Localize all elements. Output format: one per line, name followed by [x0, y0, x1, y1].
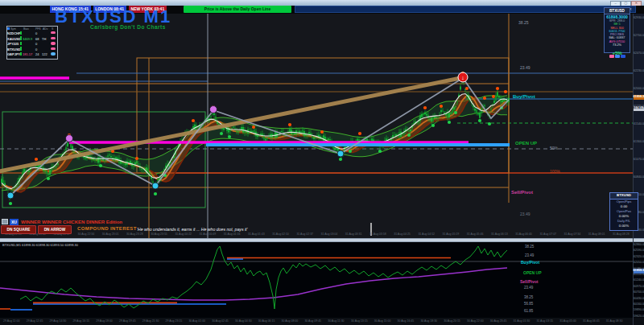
main-time-label: 30 Aug 22:34 [78, 232, 95, 236]
sub-time-label: 30 Aug 13:15 [351, 319, 368, 323]
sub-axis-label: 60430.00 [634, 297, 644, 300]
main-time-label: 31 Aug 02:10 [272, 232, 289, 236]
sub-time-label: 30 Aug 02:45 [212, 319, 229, 323]
main-axis-label: 62470.00 [634, 51, 644, 55]
sub-time-label: 30 Aug 18:30 [420, 319, 437, 323]
quote-panel-pnl: +5% [605, 51, 630, 56]
sub-level-label: 61.85 [524, 309, 533, 313]
watchlist-status-pill [51, 52, 56, 55]
watchlist-pfs: 0 [35, 47, 37, 51]
sub-level-label: 23.49 [525, 253, 534, 257]
watchlist-status-pill [51, 47, 56, 50]
watchlist-bias-bar [20, 42, 22, 46]
sub-time-label: 30 Aug 23:45 [490, 319, 507, 323]
sub-time-label: 31 Aug 06:45 [583, 319, 600, 323]
sub-time-label: 30 Aug 04:30 [235, 319, 252, 323]
sub-level-label: 56.85 [524, 302, 533, 306]
sub-time-label: 29 Aug 21:30 [142, 319, 159, 323]
watchlist-adv: 122 [42, 52, 47, 56]
main-time-label: 31 Aug 03:31 [345, 232, 362, 236]
sub-time-label: 31 Aug 01:30 [514, 319, 530, 323]
main-time-label: 31 Aug 06:40 [515, 232, 532, 236]
trading-app-window: – ▢ ✕ HONG KONG 15:41LONDON 08:41NEW YOR… [0, 0, 644, 325]
dn-arrow-button[interactable]: DN ARROW [38, 225, 72, 234]
watchlist-status-pill [51, 31, 56, 34]
main-axis-label-badge: 61741.70 [634, 106, 644, 111]
main-time-label: 30 Aug 23:55 [151, 232, 167, 236]
sub-time-label: 30 Aug 15:00 [374, 319, 391, 323]
main-time-label: 31 Aug 04:52 [418, 232, 435, 236]
subchart-ohlc: BTXUSD,M1 61898.30 61898.30 61893.50 618… [2, 243, 78, 247]
watchlist-symbol: XAUUSD [7, 37, 21, 41]
sub-time-label: 29 Aug 11:00 [3, 319, 19, 323]
position-panel-title: BTXUSD [610, 193, 638, 200]
main-axis-label: 62700.00 [634, 34, 644, 37]
main-time-label: 31 Aug 07:07 [539, 232, 556, 236]
sub-time-label: 30 Aug 09:45 [304, 319, 321, 323]
sub-time-label: 30 Aug 22:00 [467, 319, 484, 323]
watchlist-row[interactable]: XAUUSD3469.968TH [7, 36, 57, 42]
main-time-label: 31 Aug 05:19 [443, 232, 460, 236]
watchlist-bias-value: 181.17 [23, 52, 32, 56]
compound-interest-label: COMPOUND INTEREST [77, 226, 137, 231]
watchlist-bias-bar [20, 31, 22, 35]
watchlist-pfs: 68 [35, 37, 39, 41]
watchlist-row[interactable]: BTXUSD0 [7, 47, 57, 52]
main-time-label: 31 Aug 08:28 [613, 232, 630, 236]
xu-badge: XU [10, 219, 19, 225]
watchlist-pfs: 0 [35, 31, 37, 35]
daily-open-banner: Price is Above the Daily Open Line [184, 6, 291, 13]
main-axis-label: 62930.00 [634, 16, 644, 19]
main-time-label: 31 Aug 03:58 [369, 232, 386, 236]
main-time-label: 31 Aug 06:13 [491, 232, 508, 236]
watchlist-bias-value: 3469.9 [23, 37, 32, 41]
toolbar-dropdown[interactable] [295, 6, 636, 13]
sub-axis-label: 61510.00 [634, 273, 644, 276]
main-level-label: 50% [550, 146, 558, 150]
main-time-label: 31 Aug 01:43 [248, 232, 265, 236]
position-panel-rows: Open/Pips0.00Open/Pos0.00%Daily P/L0.00% [610, 200, 638, 228]
watchlist-status-pill [51, 37, 56, 39]
sub-axis-label: 61240.00 [634, 278, 644, 282]
main-time-label: 31 Aug 01:16 [224, 232, 241, 236]
sub-time-label: 30 Aug 01:00 [188, 319, 205, 323]
sub-time-label: 30 Aug 08:00 [282, 319, 299, 323]
sub-level-label: 38.25 [524, 295, 533, 299]
sub-axis-label: 62860.00 [634, 243, 644, 246]
sub-level-label: Sell/Pivot [520, 279, 539, 284]
main-level-label: Sell/Pivot [511, 190, 533, 195]
sub-time-label: 30 Aug 06:15 [258, 319, 275, 323]
watchlist-status-pill [51, 42, 56, 44]
chart-subtitle: Carlsberg Don't Do Charts [90, 24, 166, 30]
main-time-label: 31 Aug 05:46 [467, 232, 484, 236]
sub-time-label: 29 Aug 14:30 [50, 319, 67, 323]
watchlist-symbol: GBPJPY [7, 52, 20, 56]
sub-time-label: 29 Aug 23:15 [166, 319, 183, 323]
dn-square-button[interactable]: DN SQUARE [1, 225, 36, 234]
sub-axis-label: 60160.00 [634, 302, 644, 306]
window-titlebar[interactable] [0, 0, 644, 6]
watchlist-row[interactable]: GBPJPY181.1724122 [7, 51, 57, 57]
watchlist-symbol: BTXUSD [7, 47, 20, 51]
sub-level-label: Buy/Pivot [521, 260, 539, 265]
main-axis-label-badge: 61898.30 [634, 95, 644, 100]
watchlist-row[interactable]: JPY2250 [7, 41, 57, 47]
quote-panel-row: 73.2% [605, 43, 630, 47]
main-level-label: 23.49 [520, 212, 530, 216]
sub-level-label: 38.25 [525, 245, 534, 249]
main-level-label: 38.25 [518, 20, 529, 25]
sub-axis-label: 62590.00 [634, 249, 644, 252]
main-chart-bg[interactable] [0, 14, 633, 238]
sub-axis-label: 60970.00 [634, 285, 644, 288]
watchlist-row[interactable]: NZDCHF0 [7, 31, 57, 36]
main-time-label: 30 Aug 23:28 [126, 232, 143, 236]
sub-time-label: 31 Aug 08:30 [606, 319, 623, 323]
main-axis-label: 60840.00 [634, 175, 644, 179]
main-time-label: 31 Aug 00:49 [200, 232, 217, 236]
main-time-label: 31 Aug 04:25 [394, 232, 411, 236]
main-level-label: 100% [550, 169, 560, 174]
sub-time-label: 30 Aug 20:15 [444, 319, 460, 323]
watchlist-adv: TH [42, 37, 46, 41]
main-axis-label: 61540.00 [634, 122, 644, 125]
sub-axis-label: 59890.00 [634, 308, 644, 311]
